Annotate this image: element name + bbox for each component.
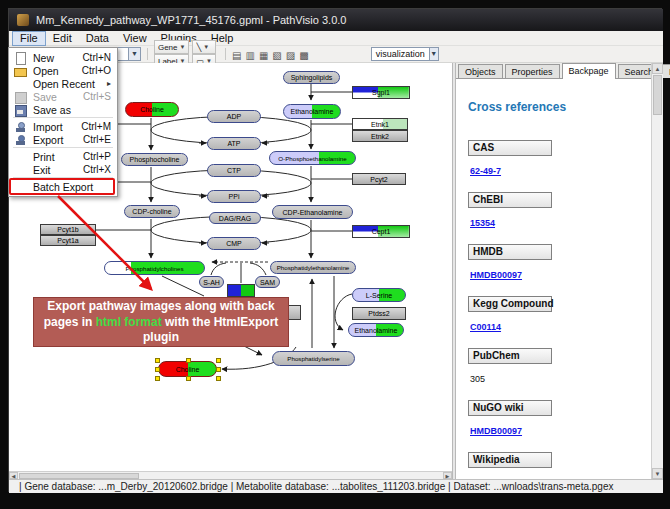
metabolite-node-choline-selected[interactable]: Choline <box>158 361 217 377</box>
scroll-right-icon[interactable]: ▶ <box>443 472 452 479</box>
metabolite-node-ppi[interactable]: PPi <box>207 190 261 203</box>
metabolite-node-cmp[interactable]: CMP <box>207 237 261 250</box>
chevron-down-icon[interactable]: ▼ <box>128 48 140 60</box>
scroll-down-icon[interactable]: ▼ <box>652 468 663 479</box>
gene-tool-button[interactable]: Gene▼ <box>154 40 190 54</box>
metabolite-node-cdp-choline[interactable]: CDP-choline <box>124 205 180 218</box>
tab-properties[interactable]: Properties <box>505 64 560 78</box>
tab-objects[interactable]: Objects <box>458 64 503 78</box>
backpage-section-hmdb: HMDBHMDB00097 <box>468 244 651 282</box>
gene-node-pcyt1a[interactable]: Pcyt1a <box>40 235 96 246</box>
metabolite-node-ctp[interactable]: CTP <box>207 164 261 177</box>
file-menu-item-save-as[interactable]: Save as <box>9 103 117 116</box>
gene-node-pemt-partial[interactable] <box>227 284 255 297</box>
menu-bar: FileEditDataViewPluginsHelp <box>9 31 663 46</box>
gene-node-ptdss2[interactable]: Ptdss2 <box>352 307 406 320</box>
gene-node-cept1[interactable]: Cept1 <box>352 225 410 238</box>
tab-backpage[interactable]: Backpage <box>562 63 616 79</box>
distribute-vertical-icon[interactable]: ▧ <box>272 50 281 61</box>
file-menu-item-label: Exit <box>33 164 83 176</box>
metabolite-node-choline-top[interactable]: Choline <box>125 102 179 117</box>
menu-file[interactable]: File <box>12 31 46 46</box>
file-menu-item-save[interactable]: SaveCtrl+S <box>9 90 117 103</box>
vertical-scrollbar[interactable]: ▲ ▼ <box>651 63 663 479</box>
cross-reference-link[interactable]: C00114 <box>470 322 501 332</box>
selection-handle[interactable] <box>216 376 221 381</box>
common-width-icon[interactable]: ▨ <box>286 50 295 61</box>
menu-view[interactable]: View <box>116 31 154 46</box>
selection-handle[interactable] <box>155 358 160 363</box>
metabolite-node-sam[interactable]: SAM <box>255 276 280 288</box>
node-label: Choline <box>176 366 200 373</box>
metabolite-node-atp[interactable]: ATP <box>207 137 261 150</box>
node-label: Cept1 <box>372 228 391 235</box>
align-vertical-center-icon[interactable]: ▥ <box>245 50 254 61</box>
gene-node-etnk2[interactable]: Etnk2 <box>352 130 408 142</box>
scroll-left-icon[interactable]: ◀ <box>9 472 18 479</box>
selection-handle[interactable] <box>216 358 221 363</box>
metabolite-node-phosphocholine[interactable]: Phosphocholine <box>121 153 188 166</box>
line-tool-icon[interactable]: ╲▼ <box>192 40 216 54</box>
metabolite-node-dag-rag[interactable]: DAG/RAG <box>209 212 261 224</box>
node-label: SAM <box>260 279 275 286</box>
selection-handle[interactable] <box>155 376 160 381</box>
selection-handle[interactable] <box>155 367 160 372</box>
scroll-up-icon[interactable]: ▲ <box>652 63 663 74</box>
metabolite-node-adp[interactable]: ADP <box>207 110 261 123</box>
selection-handle[interactable] <box>216 367 221 372</box>
side-panel-tabs: ObjectsPropertiesBackpageSearchLegend <box>456 63 651 79</box>
save-as-icon <box>14 104 27 116</box>
file-menu-item-open-recent[interactable]: Open Recent▸ <box>9 77 117 90</box>
common-height-icon[interactable]: ▩ <box>299 50 308 61</box>
cross-reference-link[interactable]: HMDB00097 <box>470 270 522 280</box>
align-horizontal-center-icon[interactable]: ▤ <box>232 50 241 61</box>
cross-reference-link[interactable]: HMDB00097 <box>470 426 522 436</box>
distribute-horizontal-icon[interactable]: ▦ <box>259 50 268 61</box>
cross-reference-link[interactable]: 15354 <box>470 218 495 228</box>
metabolite-node-ethanolamine-top[interactable]: Ethanolamine <box>283 104 341 119</box>
node-label: Pcyt1a <box>57 237 78 244</box>
file-menu-item-exit[interactable]: ExitCtrl+X <box>9 163 117 176</box>
node-label: Ethanolamine <box>291 108 334 115</box>
metabolite-node-phosphatidylserine[interactable]: Phosphatidylserine <box>272 351 355 366</box>
scrollbar-thumb[interactable] <box>653 75 662 115</box>
node-label: S-AH <box>203 279 220 286</box>
shortcut-label: Ctrl+E <box>83 134 111 145</box>
file-menu-item-import[interactable]: ImportCtrl+M <box>9 120 117 133</box>
metabolite-node-phosphatidylethanolamine[interactable]: Phosphatidylethanolamine <box>270 261 356 274</box>
node-label: Ethanolamine <box>355 327 398 334</box>
file-menu-item-export[interactable]: ExportCtrl+E <box>9 133 117 146</box>
menu-edit[interactable]: Edit <box>46 31 79 46</box>
metabolite-node-l-serine[interactable]: L-Serine <box>352 288 406 302</box>
cross-reference-link[interactable]: 62-49-7 <box>470 166 501 176</box>
gene-node-pcyt2[interactable]: Pcyt2 <box>352 173 406 185</box>
node-label: Pcyt2 <box>370 176 388 183</box>
node-label: Etnk2 <box>371 133 389 140</box>
tab-legend[interactable]: Legend <box>662 64 670 78</box>
selection-handle[interactable] <box>186 358 191 363</box>
metabolite-node-o-phosphoethanolamine[interactable]: O-Phosphoethanolamine <box>269 151 356 165</box>
node-label: DAG/RAG <box>219 215 251 222</box>
file-menu-item-print[interactable]: PrintCtrl+P <box>9 150 117 163</box>
shortcut-label: Ctrl+P <box>83 151 111 162</box>
metabolite-node-ethanolamine-bottom[interactable]: Ethanolamine <box>348 323 404 337</box>
file-menu-item-new[interactable]: NewCtrl+N <box>9 51 117 64</box>
menu-data[interactable]: Data <box>79 31 116 46</box>
metabolite-node-s-ah[interactable]: S-AH <box>199 276 224 288</box>
metabolite-node-phosphatidylcholines[interactable]: Phosphatidylcholines <box>104 261 205 275</box>
visualization-combobox[interactable]: visualization ▼ <box>371 47 439 61</box>
node-label: L-Serine <box>366 292 392 299</box>
metabolite-node-cdp-ethanolamine[interactable]: CDP-Ethanolamine <box>272 205 353 219</box>
horizontal-scrollbar[interactable]: ◀ ▶ <box>9 471 452 479</box>
node-label: Etnk1 <box>371 121 389 128</box>
gene-node-pcyt1b[interactable]: Pcyt1b <box>40 224 96 235</box>
file-menu-item-open[interactable]: OpenCtrl+O <box>9 64 117 77</box>
chevron-down-icon[interactable]: ▼ <box>429 48 438 60</box>
gene-node-sgpl1[interactable]: Sgpl1 <box>352 86 410 99</box>
node-label: CDP-Ethanolamine <box>283 209 343 216</box>
gene-node-etnk1[interactable]: Etnk1 <box>352 118 408 130</box>
section-title: ChEBI <box>468 192 552 208</box>
visualization-value: visualization <box>372 49 429 59</box>
selection-handle[interactable] <box>186 376 191 381</box>
metabolite-node-sphingolipids[interactable]: Sphingolipids <box>283 71 340 84</box>
